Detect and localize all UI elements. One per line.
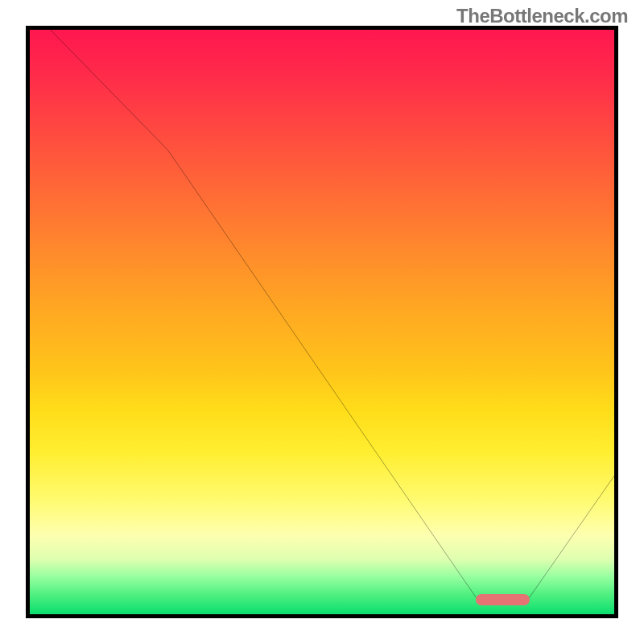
chart-container: TheBottleneck.com	[0, 0, 644, 644]
curve-path	[47, 26, 618, 597]
bottleneck-curve	[26, 26, 618, 618]
optimal-range-marker	[476, 594, 529, 605]
watermark-text: TheBottleneck.com	[456, 5, 628, 27]
plot-area	[26, 26, 618, 618]
